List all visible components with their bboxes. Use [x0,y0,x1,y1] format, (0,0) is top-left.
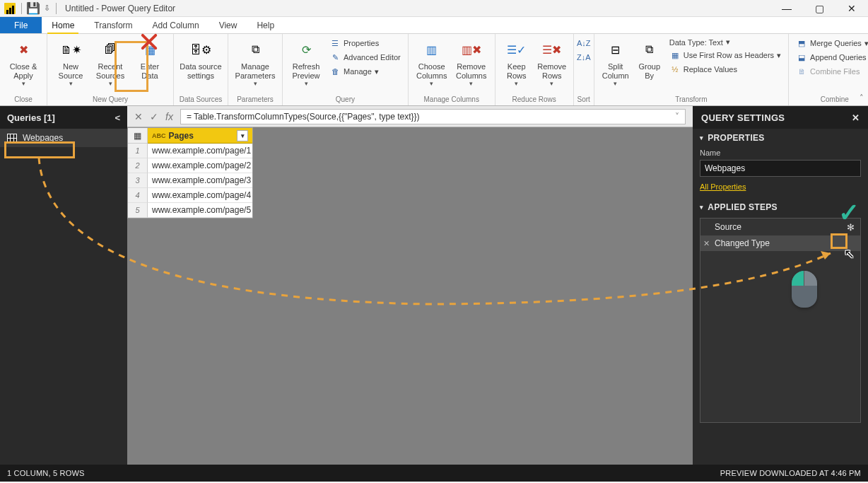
group-by-button[interactable]: ⧉Group By [634,37,665,81]
collapse-queries-icon[interactable]: < [115,112,120,123]
query-name-input[interactable] [700,160,861,177]
combine-files-button[interactable]: 🗎Combine Files [793,65,868,78]
enter-data-button[interactable]: ▦Enter Data [131,37,169,81]
ribbon: ✖ Close & Apply▾ Close 🗎✷New Source▾ 🗐Re… [0,34,868,106]
status-right: PREVIEW DOWNLOADED AT 4:46 PM [720,469,861,477]
tab-help[interactable]: Help [247,17,284,33]
tab-add-column[interactable]: Add Column [143,17,209,33]
query-settings-panel: QUERY SETTINGS ✕ ▾PROPERTIES Name All Pr… [693,106,868,465]
minimize-button[interactable]: — [770,0,803,17]
formula-cancel-icon[interactable]: ✕ [134,111,143,122]
step-label: Changed Type [715,238,770,248]
select-all-corner[interactable]: ▦ [128,128,148,144]
cell[interactable]: www.example.com/page/1 [148,144,252,158]
group-manage-columns: ▥Choose Columns▾ ▥✖Remove Columns▾ Manag… [409,34,495,105]
applied-steps-section-header[interactable]: ▾APPLIED STEPS [693,198,868,215]
group-sort: A↓Z Z↓A Sort [574,34,594,105]
formula-commit-icon[interactable]: ✓ [150,111,158,122]
group-new-query: 🗎✷New Source▾ 🗐Recent Sources▾ ▦Enter Da… [47,34,174,105]
queries-panel: Queries [1] < Webpages [0,106,127,465]
advanced-editor-button[interactable]: ✎Advanced Editor [327,51,404,64]
powerbi-icon [4,3,16,14]
refresh-preview-button[interactable]: ⟳Refresh Preview▾ [287,37,325,88]
sort-desc-button[interactable]: Z↓A [575,51,592,64]
replace-values-button[interactable]: ½Replace Values [667,63,784,76]
close-button[interactable]: ✕ [835,0,868,17]
manage-parameters-button[interactable]: ⧉Manage Parameters▾ [233,37,278,88]
step-settings-gear-icon[interactable]: ✻ [845,221,856,233]
recent-sources-button[interactable]: 🗐Recent Sources▾ [91,37,129,88]
formula-bar: ✕ ✓ fx = Table.TransformColumnTypes(Sour… [127,106,693,127]
data-source-settings-button[interactable]: 🗄⚙Data source settings [178,37,223,81]
keep-rows-button[interactable]: ☰✓Keep Rows▾ [500,37,534,88]
table-icon [7,134,17,142]
row-number[interactable]: 2 [128,158,148,173]
save-icon[interactable]: 💾 [28,3,39,14]
formula-expand-icon[interactable]: ˅ [675,112,679,122]
delete-step-icon[interactable]: ✕ [703,239,710,248]
row-number[interactable]: 5 [128,203,148,218]
step-source[interactable]: Source ✻ [700,219,860,235]
all-properties-link[interactable]: All Properties [700,182,746,191]
tab-transform[interactable]: Transform [84,17,142,33]
close-apply-button[interactable]: ✖ Close & Apply▾ [4,37,42,88]
query-item-label: Webpages [23,133,63,143]
split-column-button[interactable]: ⊟Split Column▾ [599,37,633,88]
data-preview[interactable]: ▦ ABC Pages ▾ 1www.example.com/page/1 2w… [127,127,693,465]
queries-title: Queries [1] [7,112,55,123]
group-query: ⟳Refresh Preview▾ ☰Properties ✎Advanced … [283,34,409,105]
properties-button[interactable]: ☰Properties [327,37,404,50]
query-settings-header: QUERY SETTINGS ✕ [693,106,868,129]
properties-section-header[interactable]: ▾PROPERTIES [693,129,868,146]
tab-view[interactable]: View [209,17,247,33]
formula-text: = Table.TransformColumnTypes(Source,{{"P… [187,112,420,122]
group-parameters: ⧉Manage Parameters▾ Parameters [228,34,283,105]
column-header-pages[interactable]: ABC Pages ▾ [148,128,252,144]
ribbon-tabs: File Home Transform Add Column View Help [0,17,868,34]
fx-icon[interactable]: fx [165,111,173,122]
type-text-icon: ABC [152,132,166,139]
maximize-button[interactable]: ▢ [803,0,835,17]
content-area: Queries [1] < Webpages ✕ ✓ fx = Table.Tr… [0,106,868,465]
remove-rows-button[interactable]: ☰✖Remove Rows▾ [535,37,569,88]
window-title: Untitled - Power Query Editor [65,4,175,13]
data-type-button[interactable]: Data Type: Text ▾ [667,37,784,47]
cell[interactable]: www.example.com/page/3 [148,173,252,188]
column-filter-dropdown[interactable]: ▾ [237,130,248,141]
data-grid: ▦ ABC Pages ▾ 1www.example.com/page/1 2w… [127,127,253,219]
append-queries-button[interactable]: ⬓Append Queries ▾ [793,51,868,64]
qat-dropdown[interactable]: ⇩ [44,4,50,13]
formula-input[interactable]: = Table.TransformColumnTypes(Source,{{"P… [180,109,686,124]
group-transform: ⊟Split Column▾ ⧉Group By Data Type: Text… [594,34,789,105]
step-changed-type[interactable]: ✕ Changed Type [700,235,860,251]
tab-home[interactable]: Home [42,17,84,33]
remove-columns-button[interactable]: ▥✖Remove Columns▾ [452,37,491,88]
new-source-button[interactable]: 🗎✷New Source▾ [52,37,90,88]
row-number[interactable]: 3 [128,173,148,188]
group-data-sources: 🗄⚙Data source settings Data Sources [174,34,228,105]
choose-columns-button[interactable]: ▥Choose Columns▾ [413,37,451,88]
cell[interactable]: www.example.com/page/5 [148,203,252,218]
status-left: 1 COLUMN, 5 ROWS [7,469,85,477]
cell[interactable]: www.example.com/page/2 [148,158,252,173]
group-reduce-rows: ☰✓Keep Rows▾ ☰✖Remove Rows▾ Reduce Rows [495,34,574,105]
query-item-webpages[interactable]: Webpages [0,129,127,147]
preview-area: ✕ ✓ fx = Table.TransformColumnTypes(Sour… [127,106,693,465]
name-label: Name [700,149,861,157]
group-close: ✖ Close & Apply▾ Close [0,34,47,105]
queries-header: Queries [1] < [0,106,127,129]
sort-asc-button[interactable]: A↓Z [575,37,592,50]
collapse-ribbon-icon[interactable]: ˄ [860,93,864,103]
row-number[interactable]: 4 [128,188,148,203]
group-combine: ⬒Merge Queries ▾ ⬓Append Queries ▾ 🗎Comb… [789,34,868,105]
column-name: Pages [169,131,194,141]
row-number[interactable]: 1 [128,144,148,158]
cell[interactable]: www.example.com/page/4 [148,188,252,203]
merge-queries-button[interactable]: ⬒Merge Queries ▾ [793,37,868,50]
first-row-headers-button[interactable]: ▦Use First Row as Headers ▾ [667,49,784,62]
query-settings-title: QUERY SETTINGS [701,112,785,123]
tab-file[interactable]: File [0,17,42,33]
manage-button[interactable]: 🗑Manage ▾ [327,65,404,78]
close-query-settings-icon[interactable]: ✕ [852,112,860,123]
status-bar: 1 COLUMN, 5 ROWS PREVIEW DOWNLOADED AT 4… [0,465,868,482]
